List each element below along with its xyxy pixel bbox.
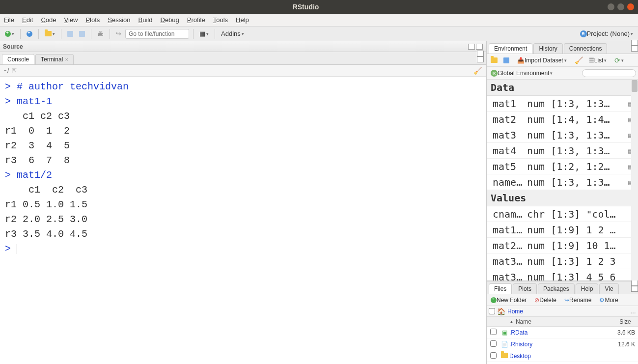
file-checkbox[interactable] — [490, 352, 497, 359]
goto-file-input[interactable] — [125, 29, 189, 39]
grid-button[interactable]: ▦▾ — [197, 29, 211, 38]
console-output[interactable]: > # author techvidvan > mat1-1 c1 c2 c3 … — [0, 77, 486, 364]
broom-icon[interactable]: 🧹 — [473, 67, 482, 75]
save-button[interactable] — [65, 30, 75, 38]
tab-files[interactable]: Files — [489, 283, 512, 294]
tab-connections[interactable]: Connections — [564, 43, 608, 54]
tab-terminal[interactable]: Terminal × — [35, 54, 74, 64]
env-body[interactable]: Datamat1num [1:3, 1:3…▦mat2num [1:4, 1:4… — [487, 80, 638, 280]
close-button[interactable] — [627, 3, 634, 10]
tab-help[interactable]: Help — [576, 283, 599, 294]
print-button[interactable]: 🖶 — [95, 29, 106, 38]
open-file-button[interactable]: ▾ — [43, 30, 57, 37]
menu-plots[interactable]: Plots — [85, 16, 100, 24]
file-row[interactable]: 📄.Rhistory12.6 K — [487, 338, 638, 350]
menu-view[interactable]: View — [64, 16, 78, 24]
env-var-name: cnames — [487, 208, 525, 220]
pane-maximize-icon[interactable] — [631, 286, 638, 292]
menu-code[interactable]: Code — [41, 16, 56, 24]
rename-button[interactable]: ↪ Rename — [562, 296, 593, 305]
env-var-name: mat3.… — [487, 255, 525, 267]
pane-minimize-icon[interactable] — [468, 44, 475, 50]
select-all-checkbox[interactable] — [489, 308, 495, 314]
file-row[interactable]: Desktop — [487, 350, 638, 362]
pane-minimize-icon[interactable] — [631, 40, 638, 46]
refresh-button[interactable]: ⟳▾ — [612, 56, 626, 65]
file-icon: 📄 — [501, 341, 508, 348]
env-row[interactable]: mat3.…num [1:3] 4 5 6 — [487, 269, 638, 280]
pane-maximize-icon[interactable] — [477, 56, 484, 62]
env-row[interactable]: mat3num [1:3, 1:3…▦ — [487, 127, 638, 143]
scrollbar[interactable] — [631, 80, 638, 280]
menu-help[interactable]: Help — [236, 16, 249, 24]
minimize-button[interactable] — [608, 3, 614, 10]
column-name-header[interactable]: ▲Name — [509, 318, 612, 325]
console-path-bar: ~/ ⇱ 🧹 — [0, 65, 486, 77]
pane-minimize-icon[interactable] — [631, 280, 638, 286]
menu-tools[interactable]: Tools — [213, 16, 228, 24]
env-row[interactable]: cnameschr [1:3] "col… — [487, 206, 638, 222]
env-row[interactable]: mat1num [1:3, 1:3…▦ — [487, 96, 638, 112]
env-var-value: num [1:3, 1:3… — [525, 145, 628, 157]
env-scope-bar: R Global Environment ▾ 🔍 — [487, 67, 638, 80]
pane-maximize-icon[interactable] — [631, 46, 638, 52]
more-path-icon[interactable]: … — [630, 308, 636, 315]
folder-open-icon — [45, 31, 52, 36]
file-size: 3.6 KB — [612, 329, 638, 336]
new-project-button[interactable] — [25, 30, 34, 38]
tab-console[interactable]: Console — [2, 54, 34, 64]
env-row[interactable]: mat5num [1:2, 1:2…▦ — [487, 159, 638, 174]
tab-environment[interactable]: Environment — [489, 43, 532, 54]
import-dataset-dropdown[interactable]: 📥 Import Dataset ▾ — [515, 56, 569, 65]
save-all-button[interactable] — [77, 30, 87, 38]
breadcrumb-home[interactable]: Home — [507, 308, 523, 315]
menu-profile[interactable]: Profile — [187, 16, 205, 24]
close-icon[interactable]: × — [65, 56, 68, 62]
tab-history[interactable]: History — [533, 43, 562, 54]
project-dropdown[interactable]: R Project: (None) ▾ — [578, 29, 635, 38]
new-folder-button[interactable]: New Folder — [489, 296, 528, 305]
popout-icon[interactable]: ⇱ — [12, 67, 17, 74]
new-file-button[interactable]: ▾ — [3, 30, 16, 38]
file-row[interactable]: ▣.RData3.6 KB — [487, 327, 638, 338]
file-name[interactable]: Desktop — [509, 353, 612, 360]
tab-plots[interactable]: Plots — [513, 283, 537, 294]
menu-edit[interactable]: Edit — [22, 16, 33, 24]
menu-file[interactable]: File — [4, 16, 14, 24]
menu-debug[interactable]: Debug — [161, 16, 179, 24]
menu-session[interactable]: Session — [108, 16, 130, 24]
menu-build[interactable]: Build — [139, 16, 153, 24]
file-checkbox[interactable] — [490, 329, 497, 335]
env-row[interactable]: mat2num [1:4, 1:4…▦ — [487, 112, 638, 127]
pane-minimize-icon[interactable] — [477, 51, 484, 56]
env-row[interactable]: mat4num [1:3, 1:3…▦ — [487, 143, 638, 159]
scrollbar-thumb[interactable] — [632, 80, 638, 92]
tab-viewer[interactable]: Vie — [599, 283, 618, 294]
env-row[interactable]: mat3.…num [1:3] 1 2 3 — [487, 253, 638, 269]
maximize-button[interactable] — [617, 3, 624, 10]
home-icon[interactable]: 🏠 — [497, 308, 505, 315]
addins-dropdown[interactable]: Addins ▾ — [219, 29, 246, 38]
column-size-header[interactable]: Size — [612, 318, 638, 325]
env-row[interactable]: mat2.…num [1:9] 10 1… — [487, 238, 638, 253]
tab-packages[interactable]: Packages — [538, 283, 575, 294]
file-name[interactable]: .RData — [509, 329, 612, 336]
save-workspace-button[interactable] — [501, 56, 511, 64]
load-workspace-button[interactable] — [489, 56, 499, 64]
more-dropdown[interactable]: ⚙ More — [597, 296, 620, 305]
clear-workspace-button[interactable]: 🧹 — [573, 56, 585, 65]
env-search-input[interactable] — [582, 69, 636, 77]
pane-maximize-icon[interactable] — [476, 44, 483, 50]
list-view-dropdown[interactable]: ☰ List ▾ — [587, 56, 609, 65]
delete-button[interactable]: ⊘ Delete — [532, 296, 558, 305]
env-row[interactable]: mat1.…num [1:9] 1 2 … — [487, 222, 638, 238]
file-checkbox[interactable] — [490, 340, 497, 347]
file-name[interactable]: .Rhistory — [509, 341, 612, 348]
files-toolbar: New Folder ⊘ Delete ↪ Rename ⚙ More — [487, 294, 638, 306]
plus-icon — [27, 31, 32, 37]
rdata-icon: ▣ — [502, 329, 507, 336]
scope-dropdown[interactable]: R Global Environment ▾ — [489, 69, 555, 78]
env-row[interactable]: named…num [1:3, 1:3…▦ — [487, 174, 638, 190]
print-icon: 🖶 — [97, 30, 104, 37]
goto-arrow[interactable]: ↪ — [114, 29, 123, 38]
